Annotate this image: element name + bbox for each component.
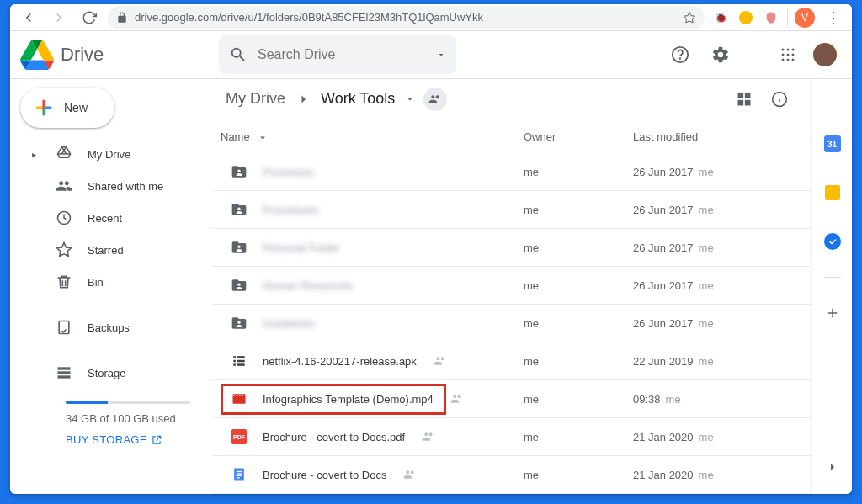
file-modified: 09:38me [633,393,803,406]
browser-profile-avatar[interactable]: V [795,8,815,28]
sidebar-item-bin[interactable]: Bin [17,266,205,298]
storage-bar [66,401,190,404]
folder-shared-icon [229,237,249,257]
file-name: Brochure - covert to Docs.pdf [263,431,405,443]
star-icon [56,241,72,258]
file-name: Procedures [263,204,318,216]
sidebar-item-my-drive[interactable]: ▸ My Drive [17,138,205,170]
svg-point-10 [787,59,790,61]
extension-icon[interactable]: 🐞 [711,8,730,27]
svg-rect-31 [237,360,245,363]
back-button[interactable] [17,6,40,29]
sidebar: New ▸ My Drive Shared with me Recent Sta [10,79,212,494]
file-row[interactable]: Brochure - covert to Docs me 21 Jan 2020… [212,456,811,494]
file-owner: me [524,241,633,254]
svg-point-27 [237,321,240,324]
file-name: Guidelines [263,317,314,330]
file-owner: me [524,431,633,443]
file-row[interactable]: Personal Folder me 26 Jun 2017me [212,229,811,267]
browser-menu-button[interactable]: ⋮ [822,6,845,29]
drive-header: Drive [10,31,852,78]
sidebar-item-label: Bin [88,276,104,289]
address-bar[interactable]: drive.google.com/drive/u/1/folders/0B9tA… [108,6,705,29]
star-icon[interactable] [683,11,696,24]
svg-marker-13 [57,243,72,257]
svg-rect-21 [745,99,751,105]
product-name: Drive [61,44,104,66]
svg-point-4 [787,49,790,51]
svg-point-25 [237,246,240,248]
list-icon [229,351,249,371]
svg-point-5 [792,49,795,51]
svg-rect-15 [58,367,71,369]
svg-rect-19 [745,93,751,98]
file-row[interactable]: Procedures me 26 Jun 2017me [212,191,811,229]
file-modified: 26 Jun 2017me [633,317,803,330]
details-button[interactable] [764,84,795,114]
sidebar-item-label: Shared with me [88,180,163,193]
forward-button[interactable] [47,6,71,29]
column-owner[interactable]: Owner [524,130,633,143]
shared-indicator[interactable] [423,88,447,111]
sidebar-item-label: Starred [88,244,124,257]
expand-icon[interactable]: ▸ [32,150,40,159]
svg-rect-16 [58,371,71,374]
calendar-addon[interactable]: 31 [816,127,849,161]
settings-button[interactable] [704,38,737,72]
reload-button[interactable] [77,6,101,29]
sidebar-item-label: Storage [88,367,126,379]
apps-button[interactable] [771,38,805,72]
keep-addon[interactable] [816,176,849,210]
file-row[interactable]: Guidelines me 26 Jun 2017me [212,305,811,342]
new-button[interactable]: New [20,88,114,128]
file-name: netflix-4.16-200217-release.apk [263,355,417,368]
sidebar-item-starred[interactable]: Starred [17,234,205,266]
search-input[interactable] [258,47,426,62]
account-avatar[interactable] [811,41,838,68]
file-owner: me [524,393,633,406]
file-row[interactable]: Infographics Template (Demo).mp4 me 09:3… [212,380,811,418]
svg-point-7 [787,54,790,56]
buy-storage-link[interactable]: BUY STORAGE [66,433,190,446]
column-modified[interactable]: Last modified [633,130,803,143]
collapse-panel-button[interactable] [816,450,849,484]
svg-rect-40 [237,471,242,472]
file-row[interactable]: Human Resources me 26 Jun 2017me [212,267,811,305]
storage-used-text: 34 GB of 100 GB used [66,412,190,425]
extension-icon[interactable] [737,8,755,27]
my-drive-icon [56,146,72,162]
search-options-icon[interactable] [436,50,446,60]
tasks-addon[interactable] [816,225,849,258]
column-name[interactable]: Name [221,130,250,143]
file-row[interactable]: PDF Brochure - covert to Docs.pdf me 21 … [212,418,811,456]
breadcrumb-dropdown-icon[interactable] [405,94,415,104]
sort-arrow-icon[interactable] [257,130,269,142]
breadcrumb-root[interactable]: My Drive [221,87,290,111]
svg-rect-20 [738,99,744,105]
breadcrumb-current[interactable]: Work Tools [316,87,400,111]
svg-point-2 [680,58,681,59]
sidebar-item-shared[interactable]: Shared with me [17,170,205,202]
svg-rect-37 [239,395,241,396]
sidebar-item-backups[interactable]: Backups [17,311,205,343]
sidebar-item-recent[interactable]: Recent [17,202,205,234]
browser-toolbar: drive.google.com/drive/u/1/folders/0B9tA… [10,4,852,31]
sidebar-item-label: Backups [88,321,130,334]
grid-view-button[interactable] [729,84,759,114]
search-bar[interactable] [219,35,456,74]
file-modified: 26 Jun 2017me [633,204,803,216]
pdf-icon: PDF [229,427,249,447]
file-modified: 26 Jun 2017me [633,279,803,292]
add-addon-button[interactable] [816,296,849,330]
svg-rect-36 [237,395,238,396]
extension-icon[interactable] [762,8,780,27]
file-owner: me [524,355,633,368]
sidebar-item-storage[interactable]: Storage [17,357,205,389]
svg-rect-41 [237,473,242,474]
file-row[interactable]: netflix-4.16-200217-release.apk me 22 Ju… [212,342,811,380]
file-modified: 26 Jun 2017me [633,166,803,178]
drive-logo-icon[interactable] [20,38,54,72]
svg-rect-29 [237,356,245,358]
file-row[interactable]: Processes me 26 Jun 2017me [212,153,811,191]
support-button[interactable] [663,38,697,72]
